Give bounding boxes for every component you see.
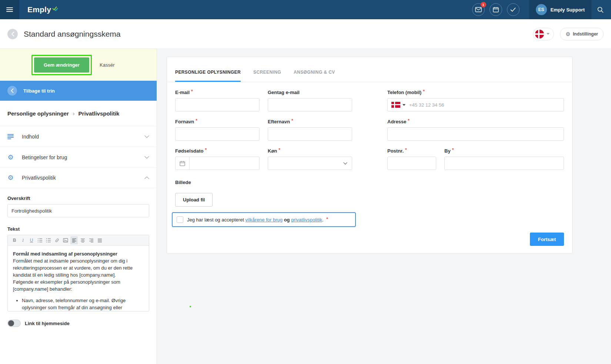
accordion-privatlivspolitik[interactable]: ⚙ Privatlivspolitik: [0, 167, 157, 188]
email-repeat-input[interactable]: [268, 98, 352, 111]
ordered-list-button[interactable]: [36, 236, 44, 244]
underline-button[interactable]: U: [28, 236, 35, 244]
overskrift-input[interactable]: [7, 204, 149, 217]
save-actions-bar: Gem ændringer Kassér: [0, 49, 157, 81]
bold-button[interactable]: B: [11, 236, 18, 244]
page-header: Standard ansøgningsskema ⚙ Indstillinger: [0, 19, 611, 49]
settings-button[interactable]: ⚙ Indstillinger: [560, 28, 604, 40]
chevron-left-circle: [7, 86, 17, 96]
back-button[interactable]: [7, 29, 18, 39]
danish-flag-icon[interactable]: [391, 102, 400, 108]
zip-input[interactable]: [387, 157, 436, 170]
zip-label: Postnr.: [387, 148, 404, 154]
email-label: E-mail: [175, 90, 190, 95]
consent-period: .: [322, 217, 324, 223]
required-asterisk: *: [205, 147, 207, 153]
bullet-list-button[interactable]: [45, 236, 52, 244]
required-asterisk: *: [452, 147, 454, 153]
toggle-knob: [8, 320, 14, 326]
last-name-field: Efternavn*: [268, 119, 352, 141]
consent-text: Jeg har læst og accepteret vilkårene for…: [187, 217, 328, 223]
calendar-icon[interactable]: [176, 157, 190, 170]
chevron-left-icon: [11, 89, 14, 93]
chevron-up-icon: [144, 176, 149, 179]
tab-ansoegning-cv[interactable]: ANSØGNING & CV: [294, 70, 335, 82]
birthdate-field: Fødselsdato*: [175, 148, 260, 170]
required-asterisk: *: [278, 147, 280, 153]
tasks-button[interactable]: [507, 3, 520, 16]
discard-button[interactable]: Kassér: [100, 62, 114, 68]
language-selector[interactable]: [533, 28, 554, 40]
phone-input-group: [387, 98, 564, 111]
image-button[interactable]: [62, 236, 69, 244]
avatar: ES: [536, 4, 547, 15]
phone-label: Telefon (mobil): [387, 90, 421, 95]
editor-paragraph: Formålet med at indsamle personoplysning…: [13, 257, 144, 278]
brand-logo[interactable]: Emply: [27, 5, 58, 14]
tab-personlige-oplysninger[interactable]: PERSONLIGE OPLYSNINGER: [175, 70, 241, 82]
editor-content[interactable]: Formål med indsamling af personoplysning…: [8, 246, 149, 311]
gender-label: Køn: [268, 148, 277, 154]
accordion-betingelser[interactable]: ⚙ Betingelser for brug: [0, 147, 157, 167]
check-icon: [510, 7, 516, 12]
chevron-down-icon[interactable]: [403, 104, 405, 106]
accordion-indhold[interactable]: Indhold: [0, 126, 157, 147]
address-input[interactable]: [387, 127, 564, 141]
email-input[interactable]: [175, 98, 260, 111]
search-button[interactable]: [597, 7, 604, 13]
required-asterisk: *: [326, 217, 328, 222]
terms-link[interactable]: vilkårene for brug: [246, 217, 283, 223]
chevron-down-icon: [144, 135, 149, 138]
gear-icon: ⚙: [565, 31, 570, 37]
chevron-down-icon: [144, 156, 149, 159]
mail-button[interactable]: 1: [472, 3, 485, 16]
phone-field: Telefon (mobil)*: [387, 90, 564, 111]
search-icon: [597, 7, 604, 13]
breadcrumb-separator: ›: [73, 110, 75, 117]
italic-button[interactable]: I: [19, 236, 27, 244]
align-right-button[interactable]: [87, 236, 95, 244]
email-repeat-field: Gentag e-mail: [268, 90, 352, 111]
editor-bullet-list: Navn, adresse, telefonnummer og e-mail. …: [13, 297, 144, 311]
tab-screening[interactable]: SCREENING: [253, 70, 281, 82]
upload-button[interactable]: Upload fil: [175, 193, 213, 207]
continue-button[interactable]: Fortsæt: [530, 233, 564, 246]
back-to-step-bar[interactable]: Tilbage til trin: [0, 81, 157, 101]
birthdate-input[interactable]: [190, 157, 259, 170]
first-name-input[interactable]: [175, 127, 260, 141]
required-asterisk: *: [291, 118, 293, 124]
privacy-link[interactable]: privatlivspolitik: [291, 217, 322, 223]
consent-checkbox[interactable]: [177, 216, 183, 223]
chevron-left-icon: [11, 31, 14, 37]
align-center-icon: [80, 238, 85, 243]
link-toggle[interactable]: [7, 320, 21, 327]
align-justify-button[interactable]: [96, 236, 103, 244]
content-layout: Gem ændringer Kassér Tilbage til trin Pe…: [0, 49, 611, 364]
city-input[interactable]: [444, 157, 564, 170]
link-button[interactable]: [53, 236, 61, 244]
link-icon: [54, 238, 60, 243]
gender-select[interactable]: [268, 157, 352, 170]
accordion-label: Indhold: [22, 134, 39, 140]
back-to-step-label: Tilbage til trin: [23, 88, 55, 94]
city-field: By*: [444, 148, 564, 170]
user-menu[interactable]: ES Emply Support: [529, 0, 591, 19]
calendar-button[interactable]: [490, 3, 502, 16]
align-center-button[interactable]: [79, 236, 86, 244]
menu-button[interactable]: [0, 0, 19, 19]
consent-conjunction: og: [284, 217, 290, 223]
breadcrumb: Personlige oplysninger › Privatlivspolit…: [0, 101, 157, 126]
save-button[interactable]: Gem ændringer: [34, 57, 89, 73]
gear-icon: ⚙: [7, 154, 14, 161]
email-repeat-label: Gentag e-mail: [268, 90, 300, 95]
align-left-button[interactable]: [70, 236, 78, 244]
form-row: E-mail* Gentag e-mail Telefon (mobil)*: [167, 90, 572, 111]
last-name-input[interactable]: [268, 127, 352, 141]
breadcrumb-parent[interactable]: Personlige oplysninger: [7, 110, 69, 117]
gender-field: Køn*: [268, 148, 352, 170]
notification-badge: 1: [481, 2, 486, 7]
phone-input[interactable]: [405, 98, 564, 111]
settings-label: Indstillinger: [573, 31, 598, 37]
tekst-label: Tekst: [7, 226, 149, 232]
top-navbar: Emply 1 ES Emply Support: [0, 0, 611, 19]
